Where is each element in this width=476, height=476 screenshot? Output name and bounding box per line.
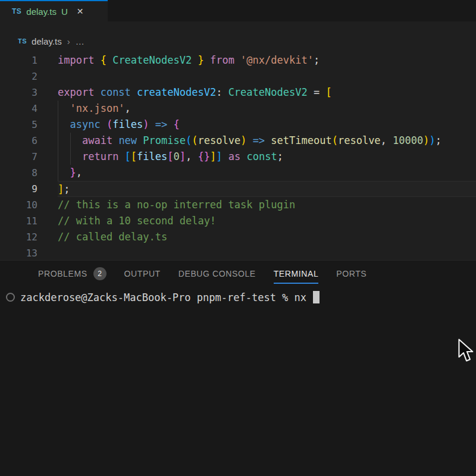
code-text: ]; (58, 181, 476, 197)
code-text: // called delay.ts (58, 229, 476, 245)
token-b3: [ (125, 151, 131, 162)
code-text (58, 245, 476, 260)
token-st: new (118, 134, 143, 146)
token-str: '@nx/devkit' (240, 54, 314, 66)
panel-tab-terminal[interactable]: TERMINAL (274, 261, 319, 287)
code-text: // this is a no-op interred task plugin (58, 197, 476, 213)
token-cm: // called delay.ts (58, 231, 167, 243)
token-var: createNodesV2 (137, 86, 216, 98)
token-b1: [ (131, 151, 137, 162)
token-b1: ] (210, 151, 216, 162)
line-number: 13 (0, 245, 37, 260)
token-fn: resolve (198, 134, 240, 146)
editor: TS delay.ts › … 1import { CreateNodesV2 … (0, 21, 476, 260)
code-line-11[interactable]: 11// with a 10 second delay! (0, 213, 476, 229)
token-fn: setTimeout (271, 134, 331, 146)
token-pn: ; (314, 54, 320, 66)
terminal-prompt-row[interactable]: zackderose@Zacks-MacBook-Pro pnpm-ref-te… (0, 291, 476, 303)
code-text: export const createNodesV2: CreateNodesV… (58, 84, 476, 101)
panel-tab-ports[interactable]: PORTS (336, 261, 367, 287)
terminal-prompt: zackderose@Zacks-MacBook-Pro pnpm-ref-te… (20, 292, 306, 303)
panel-tab-label: PORTS (336, 269, 367, 278)
token-kw: import (58, 54, 101, 66)
token-b2: ( (107, 118, 112, 130)
token-pn: ; (64, 183, 70, 195)
indent-guide (58, 117, 58, 133)
indent-guide (58, 165, 58, 181)
tab-delay-ts[interactable]: TS delay.ts U ✕ (0, 0, 108, 21)
code-line-4[interactable]: 4 'nx.json', (0, 101, 476, 117)
token-pn: = (308, 86, 326, 98)
line-number: 9 (0, 181, 37, 197)
problems-count-badge: 2 (93, 267, 107, 280)
token-ty: CreateNodesV2 (228, 86, 308, 98)
token-cm: // this is a no-op interred task plugin (58, 199, 295, 211)
panel-tab-output[interactable]: OUTPUT (124, 261, 161, 287)
code-line-8[interactable]: 8 }, (0, 165, 476, 181)
breadcrumb-symbol-ellipsis[interactable]: … (76, 36, 85, 46)
panel-tab-label: DEBUG CONSOLE (178, 269, 256, 278)
code-line-6[interactable]: 6 await new Promise((resolve) => setTime… (0, 133, 476, 149)
token-num: 0 (174, 151, 180, 162)
token-b2: ] (180, 151, 186, 162)
code-area[interactable]: 1import { CreateNodesV2 } from '@nx/devk… (0, 52, 476, 260)
indent-guide (58, 133, 58, 149)
panel-tab-label: PROBLEMS (38, 269, 87, 278)
breadcrumb-file[interactable]: delay.ts (32, 36, 62, 46)
code-line-2[interactable]: 2 (0, 68, 476, 84)
token-b1: ) (423, 134, 429, 146)
code-line-5[interactable]: 5 async (files) => { (0, 117, 476, 133)
token-kw: as (223, 151, 247, 162)
token-b3: ) (430, 134, 436, 146)
token-kw: return (82, 151, 125, 162)
line-number: 8 (0, 165, 37, 181)
token-pn (58, 167, 70, 178)
token-cm: // with a 10 second delay! (58, 215, 216, 227)
token-ty: CreateNodesV2 (107, 54, 198, 66)
token-pn (58, 118, 70, 130)
token-st: const (101, 86, 137, 98)
token-b1: ( (332, 134, 338, 146)
token-b2: } (70, 167, 76, 178)
token-pvar: files (112, 118, 143, 130)
panel-tab-problems[interactable]: PROBLEMS2 (38, 261, 107, 287)
typescript-icon: TS (18, 37, 27, 45)
token-kw: export (58, 86, 101, 98)
code-line-9[interactable]: 9]; (0, 181, 476, 197)
indent-guide (70, 149, 71, 165)
code-text: import { CreateNodesV2 } from '@nx/devki… (58, 52, 476, 68)
token-num: 10000 (393, 134, 423, 146)
indent-guide (58, 101, 58, 117)
panel-tab-bar: PROBLEMS2OUTPUTDEBUG CONSOLETERMINALPORT… (0, 261, 476, 287)
terminal-cursor (313, 291, 320, 303)
code-line-10[interactable]: 10// this is a no-op interred task plugi… (0, 197, 476, 213)
code-text: // with a 10 second delay! (58, 213, 476, 229)
token-b1: } (198, 54, 203, 66)
indent-guide (58, 149, 58, 165)
token-st: => (149, 118, 174, 130)
close-icon[interactable]: ✕ (77, 7, 84, 16)
token-b1: [ (325, 86, 331, 98)
token-b2: { (174, 118, 180, 130)
token-pn: , (125, 102, 131, 114)
token-b1: ) (240, 134, 246, 146)
token-fn: resolve (338, 134, 381, 146)
token-pn: : (216, 86, 228, 98)
line-number: 1 (0, 52, 37, 68)
code-line-7[interactable]: 7 return [[files[0], {}]] as const; (0, 149, 476, 165)
tab-filename: delay.ts (26, 7, 57, 17)
typescript-icon: TS (12, 7, 21, 15)
code-line-1[interactable]: 1import { CreateNodesV2 } from '@nx/devk… (0, 52, 476, 68)
code-line-3[interactable]: 3export const createNodesV2: CreateNodes… (0, 84, 476, 101)
panel-tab-debug-console[interactable]: DEBUG CONSOLE (178, 261, 256, 287)
line-number: 6 (0, 133, 37, 149)
token-st: async (70, 118, 106, 130)
breadcrumb: TS delay.ts › … (18, 35, 476, 48)
code-line-12[interactable]: 12// called delay.ts (0, 229, 476, 245)
code-line-13[interactable]: 13 (0, 245, 476, 260)
chevron-right-icon: › (67, 36, 70, 46)
code-text: await new Promise((resolve) => setTimeou… (58, 133, 476, 149)
token-b1: ] (58, 183, 64, 195)
token-b1: { (101, 54, 107, 66)
token-pvar: files (137, 151, 167, 162)
